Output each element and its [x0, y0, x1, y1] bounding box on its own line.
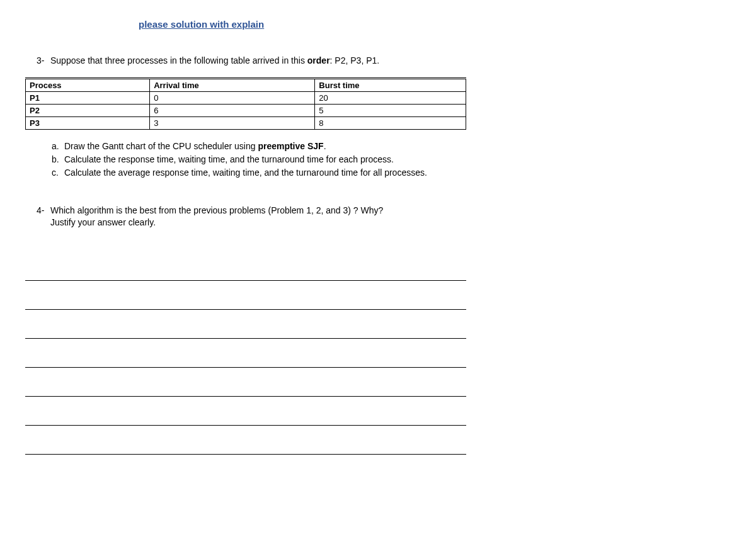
sub-a-marker: a.	[52, 140, 64, 153]
q3-text: Suppose that three processes in the foll…	[50, 55, 466, 67]
sub-b: b. Calculate the response time, waiting …	[52, 153, 466, 166]
sub-a: a. Draw the Gantt chart of the CPU sched…	[52, 140, 466, 153]
q3-sub-questions: a. Draw the Gantt chart of the CPU sched…	[52, 140, 466, 179]
title-heading: please solution with explain	[139, 19, 466, 30]
q4-line2: Justify your answer clearly.	[50, 217, 156, 227]
cell-arrival: 0	[150, 91, 315, 104]
sub-a-after: .	[324, 141, 326, 151]
table-row: P1 0 20	[26, 91, 466, 104]
process-table: Process Arrival time Burst time P1 0 20 …	[25, 77, 466, 130]
sub-c-marker: c.	[52, 166, 64, 179]
sub-c-text: Calculate the average response time, wai…	[64, 166, 427, 179]
cell-process: P3	[26, 116, 150, 129]
answer-line	[25, 252, 466, 281]
sub-a-before: Draw the Gantt chart of the CPU schedule…	[64, 141, 258, 151]
table-row: P3 3 8	[26, 116, 466, 129]
sub-b-marker: b.	[52, 153, 64, 166]
question-4: 4- Which algorithm is the best from the …	[25, 205, 466, 229]
cell-process: P2	[26, 104, 150, 116]
cell-burst: 8	[315, 116, 466, 129]
cell-process: P1	[26, 91, 150, 104]
table-header-row: Process Arrival time Burst time	[26, 78, 466, 91]
q3-bold: order	[307, 55, 330, 65]
question-3: 3- Suppose that three processes in the f…	[25, 55, 466, 67]
th-process: Process	[26, 78, 150, 91]
q3-text-before: Suppose that three processes in the foll…	[50, 55, 307, 65]
q4-line1: Which algorithm is the best from the pre…	[50, 205, 383, 215]
answer-line	[25, 397, 466, 426]
answer-line	[25, 368, 466, 397]
answer-line	[25, 426, 466, 455]
q3-marker: 3-	[37, 55, 50, 67]
answer-line	[25, 310, 466, 339]
sub-a-text: Draw the Gantt chart of the CPU schedule…	[64, 140, 326, 153]
q3-text-after: : P2, P3, P1.	[330, 55, 380, 65]
sub-b-text: Calculate the response time, waiting tim…	[64, 153, 394, 166]
cell-burst: 20	[315, 91, 466, 104]
answer-line	[25, 339, 466, 368]
answer-lines	[25, 252, 466, 455]
q4-marker: 4-	[37, 205, 50, 229]
cell-burst: 5	[315, 104, 466, 116]
table-row: P2 6 5	[26, 104, 466, 116]
question-4-prompt: 4- Which algorithm is the best from the …	[37, 205, 466, 229]
th-burst: Burst time	[315, 78, 466, 91]
q4-text: Which algorithm is the best from the pre…	[50, 205, 466, 229]
sub-c: c. Calculate the average response time, …	[52, 166, 466, 179]
document-page: please solution with explain 3- Suppose …	[25, 19, 466, 455]
cell-arrival: 3	[150, 116, 315, 129]
th-arrival: Arrival time	[150, 78, 315, 91]
question-3-prompt: 3- Suppose that three processes in the f…	[37, 55, 466, 67]
sub-a-bold: preemptive SJF	[258, 141, 323, 151]
cell-arrival: 6	[150, 104, 315, 116]
answer-line	[25, 281, 466, 310]
